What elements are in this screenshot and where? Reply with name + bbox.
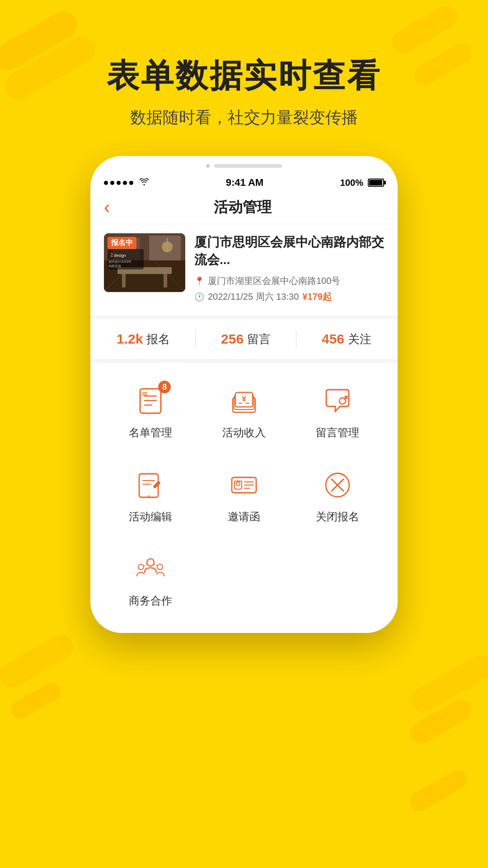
stat-followers[interactable]: 456 关注 (322, 331, 371, 347)
stat-label-registration: 报名 (146, 331, 170, 347)
location-icon: 📍 (194, 276, 204, 286)
phone-container: 9:41 AM 100% ‹ 活动管理 (0, 156, 488, 633)
event-location: 厦门市湖里区会展中心南路100号 (208, 275, 340, 287)
event-edit-icon-wrap (132, 467, 169, 503)
signal-dot (123, 181, 127, 185)
svg-text:design: design (114, 253, 126, 258)
svg-point-38 (236, 482, 240, 486)
menu-item-list-management[interactable]: 8 名单管理 (104, 372, 197, 451)
stat-number-followers: 456 (322, 331, 344, 347)
status-right: 100% (340, 178, 384, 188)
stat-registration[interactable]: 1.2k 报名 (117, 331, 170, 347)
stat-divider-2 (296, 330, 296, 348)
signal-dot (104, 181, 108, 185)
business-cooperation-icon-wrap (132, 551, 169, 587)
svg-line-49 (154, 564, 157, 566)
svg-point-45 (147, 559, 154, 566)
menu-item-event-edit[interactable]: 活动编辑 (104, 456, 197, 535)
stat-comments[interactable]: 256 留言 (221, 331, 271, 347)
stat-divider-1 (195, 330, 196, 348)
menu-item-comment-management[interactable]: 留言管理 (291, 372, 384, 451)
event-info-row: 2 design 室内设计2015年 内部交流 报名中 厦门市思明区会展中心南路… (104, 233, 384, 307)
business-cooperation-icon (135, 553, 166, 585)
svg-text:2: 2 (110, 252, 113, 258)
signal-dot (117, 181, 121, 185)
event-datetime: 2022/11/25 周六 13:30 (208, 291, 299, 303)
comment-management-icon (322, 385, 353, 417)
event-edit-label: 活动编辑 (129, 509, 172, 524)
page-title: 活动管理 (119, 198, 366, 217)
menu-row-3: 商务合作 (104, 540, 384, 619)
event-datetime-row: 🕐 2022/11/25 周六 13:30 ¥179起 (194, 291, 384, 303)
event-details: 厦门市思明区会展中心南路内部交流会... 📍 厦门市湖里区会展中心南路100号 … (194, 233, 384, 307)
stat-number-registration: 1.2k (117, 331, 143, 347)
phone-notch-dot (206, 164, 210, 168)
close-registration-label: 关闭报名 (316, 509, 359, 524)
event-price: ¥179起 (302, 291, 332, 303)
stats-row: 1.2k 报名 256 留言 456 关注 (90, 319, 398, 363)
bg-stripe-9 (406, 767, 470, 815)
menu-grid: 8 名单管理 ¥ (90, 363, 398, 633)
event-location-row: 📍 厦门市湖里区会展中心南路100号 (194, 275, 384, 287)
hero-title: 表单数据实时查看 (0, 54, 488, 98)
svg-point-46 (138, 564, 144, 570)
menu-item-event-income[interactable]: ¥ 活动收入 (197, 372, 291, 451)
phone-top-bar (90, 156, 398, 172)
svg-point-47 (157, 564, 163, 570)
hero-section: 表单数据实时查看 数据随时看，社交力量裂变传播 (0, 0, 488, 129)
svg-text:¥: ¥ (242, 395, 246, 403)
stat-number-comments: 256 (221, 331, 244, 347)
menu-item-close-registration[interactable]: 关闭报名 (291, 456, 384, 535)
comment-management-icon-wrap (319, 383, 356, 419)
hero-subtitle: 数据随时看，社交力量裂变传播 (0, 107, 488, 129)
back-button[interactable]: ‹ (104, 197, 110, 217)
svg-text:室内设计2015年: 室内设计2015年 (108, 260, 131, 263)
list-management-badge: 8 (158, 381, 171, 393)
bg-stripe-6 (0, 630, 78, 693)
invitation-icon-wrap (226, 467, 262, 503)
close-registration-icon (322, 469, 353, 501)
close-registration-icon-wrap (319, 467, 356, 503)
event-tag: 报名中 (108, 237, 136, 249)
menu-item-business-cooperation[interactable]: 商务合作 (104, 540, 197, 619)
event-edit-icon (135, 469, 166, 501)
invitation-label: 邀请函 (228, 509, 260, 524)
event-title: 厦门市思明区会展中心南路内部交流会... (194, 233, 384, 269)
event-income-icon: ¥ (228, 385, 260, 417)
battery-icon (368, 179, 384, 187)
stat-label-followers: 关注 (348, 331, 371, 347)
event-income-label: 活动收入 (222, 425, 266, 440)
signal-dot (110, 181, 114, 185)
phone-pill (214, 164, 282, 168)
svg-rect-34 (153, 481, 161, 489)
battery-percent: 100% (340, 178, 363, 188)
signal-indicator (104, 178, 149, 188)
signal-dot (129, 181, 133, 185)
wifi-icon (139, 178, 149, 188)
svg-text:内部交流: 内部交流 (108, 264, 121, 268)
svg-rect-20 (141, 392, 148, 397)
menu-row-1: 8 名单管理 ¥ (104, 372, 384, 451)
event-income-icon-wrap: ¥ (226, 383, 262, 419)
list-management-label: 名单管理 (129, 425, 172, 440)
svg-rect-7 (122, 274, 126, 288)
event-thumbnail: 2 design 室内设计2015年 内部交流 报名中 (104, 233, 185, 292)
phone-mockup: 9:41 AM 100% ‹ 活动管理 (90, 156, 398, 633)
business-cooperation-label: 商务合作 (129, 594, 172, 608)
clock-icon: 🕐 (194, 292, 204, 302)
status-bar: 9:41 AM 100% (90, 172, 398, 191)
battery-fill (369, 180, 382, 185)
menu-item-invitation[interactable]: 邀请函 (197, 456, 291, 535)
svg-rect-8 (164, 274, 167, 288)
list-management-icon-wrap: 8 (132, 383, 169, 419)
status-time: 9:41 AM (226, 177, 264, 189)
svg-line-48 (144, 564, 147, 566)
event-card: 2 design 室内设计2015年 内部交流 报名中 厦门市思明区会展中心南路… (90, 224, 398, 319)
invitation-icon (228, 469, 260, 501)
menu-row-2: 活动编辑 邀请函 (104, 456, 384, 535)
stat-label-comments: 留言 (247, 331, 271, 347)
comment-management-label: 留言管理 (316, 425, 359, 440)
nav-bar: ‹ 活动管理 (90, 191, 398, 224)
